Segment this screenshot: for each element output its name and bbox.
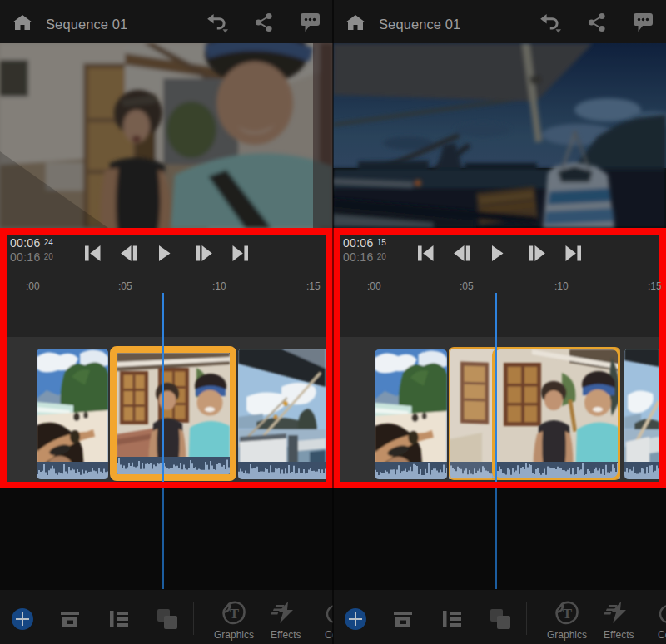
svg-text:T: T xyxy=(563,606,573,622)
svg-text:T: T xyxy=(230,606,240,622)
